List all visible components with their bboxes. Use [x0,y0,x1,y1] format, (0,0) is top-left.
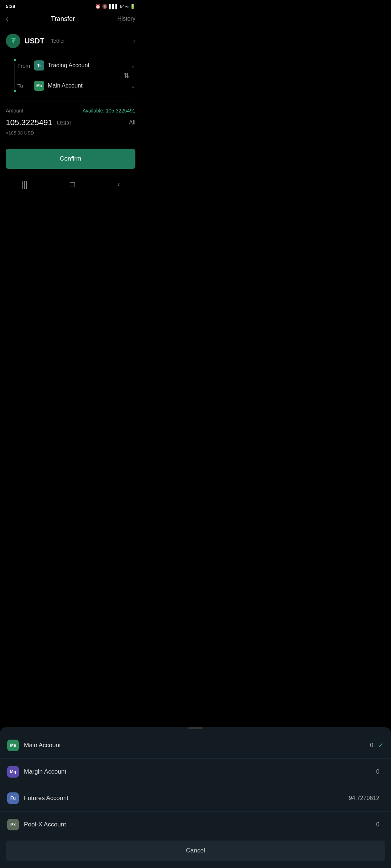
page-title: Transfer [51,15,75,23]
from-chevron-icon: ⌄ [131,62,135,69]
status-icons: ⏰ 🔇 ▌▌▌ 64% 🔋 [95,4,135,9]
from-badge: Tr [34,60,44,71]
battery-icon: 🔋 [130,4,135,9]
signal-icon: ▌▌▌ [109,4,118,9]
to-badge: Ma [34,81,44,91]
amount-section: Amount Available: 105.3225491 105.322549… [0,102,141,141]
token-fullname: Tether [51,38,65,44]
status-time: 5:29 [6,4,15,9]
token-chevron-icon: › [133,37,135,45]
from-account: Trading Account [48,62,131,69]
status-bar: 5:29 ⏰ 🔇 ▌▌▌ 64% 🔋 [0,0,141,11]
alarm-icon: ⏰ [95,4,101,9]
from-label: From [17,63,30,69]
confirm-button[interactable]: Confirm [6,149,135,169]
token-icon: ₮ [6,34,20,48]
nav-back-icon[interactable]: ‹ [117,180,120,189]
to-row[interactable]: To Ma Main Account ⌄ [6,76,135,96]
to-chevron-icon: ⌄ [131,82,135,89]
amount-label: Amount [6,108,23,114]
to-label: To [17,83,30,89]
token-symbol: USDT [25,37,44,45]
header: ‹ Transfer History [0,11,141,29]
history-button[interactable]: History [117,16,135,22]
all-button[interactable]: All [129,119,135,126]
nav-bar: ||| □ ‹ [0,175,141,192]
back-button[interactable]: ‹ [6,14,8,24]
amount-value: 105.3225491 [6,118,52,127]
to-account: Main Account [48,82,131,89]
transfer-section: From Tr Trading Account ⌄ ⇅ To Ma Main A… [0,55,141,96]
amount-available: Available: 105.3225491 [83,108,135,114]
menu-icon[interactable]: ||| [21,180,28,189]
amount-currency: USDT [57,120,73,126]
battery-text: 64% [120,4,129,9]
token-selector[interactable]: ₮ USDT Tether › [0,29,141,52]
amount-usd: ≈105.38 USD [6,130,135,136]
mute-icon: 🔇 [102,4,108,9]
home-icon[interactable]: □ [70,180,75,189]
from-row[interactable]: From Tr Trading Account ⌄ [6,55,135,76]
